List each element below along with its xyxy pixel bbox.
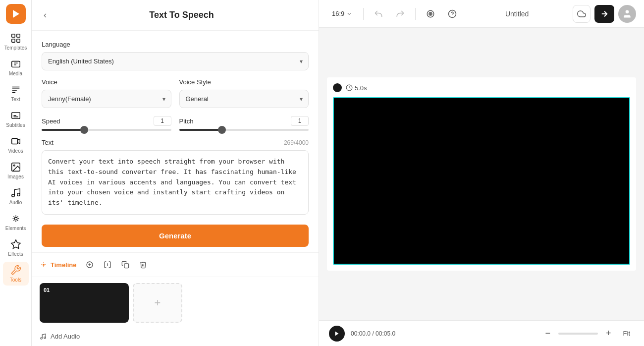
sidebar-item-images[interactable]: Images	[3, 159, 29, 182]
sidebar-item-elements[interactable]: Elements	[3, 210, 29, 234]
panel-title: Text To Speech	[54, 10, 309, 20]
svg-rect-0	[11, 34, 14, 37]
logo-icon	[10, 8, 22, 20]
svg-point-20	[430, 13, 431, 14]
toolbar: 16:9 Untitled	[319, 0, 644, 28]
language-select[interactable]: English (United States) English (UK) Spa…	[42, 52, 309, 70]
delete-btn[interactable]	[136, 258, 150, 272]
preview-top-bar: 5.0s	[333, 83, 630, 92]
add-audio-label: Add Audio	[51, 333, 80, 340]
elements-icon	[10, 213, 21, 224]
avatar-icon	[622, 9, 632, 19]
svg-rect-1	[16, 34, 19, 37]
voice-select-wrapper: Jenny(Female) Guy(Male) Aria(Female) Dav…	[42, 90, 171, 108]
sidebar-item-templates[interactable]: Templates	[3, 30, 29, 54]
time-indicator: 5.0s	[346, 84, 367, 92]
split-icon	[104, 261, 111, 269]
help-icon	[448, 9, 457, 18]
language-label: Language	[42, 41, 309, 48]
voice-style-label: Voice Style	[179, 78, 309, 86]
fit-button[interactable]: Fit	[619, 328, 634, 339]
canvas-area	[333, 97, 630, 265]
sidebar-item-videos[interactable]: Videos	[3, 133, 29, 157]
screen-record-button[interactable]	[422, 5, 439, 23]
sidebar-item-tools[interactable]: Tools	[3, 262, 29, 286]
user-avatar[interactable]	[618, 5, 636, 23]
zoom-slider[interactable]	[558, 333, 598, 335]
video-icon	[10, 136, 21, 147]
undo-button[interactable]	[370, 5, 387, 23]
play-button[interactable]	[329, 326, 345, 342]
svg-point-11	[14, 217, 17, 220]
char-count: 269/4000	[284, 139, 309, 146]
add-clip-icon-btn[interactable]	[83, 258, 97, 272]
generate-button[interactable]: Generate	[42, 225, 309, 247]
svg-rect-3	[16, 39, 19, 42]
images-icon	[10, 162, 21, 173]
svg-rect-4	[11, 61, 20, 67]
timeline-header: Timeline	[32, 253, 319, 277]
svg-point-16	[41, 337, 43, 339]
slider-row: Speed 1 Pitch 1	[42, 116, 309, 131]
sidebar-item-text[interactable]: Text	[3, 81, 29, 105]
aspect-ratio-value: 16:9	[332, 10, 344, 17]
redo-button[interactable]	[391, 5, 409, 23]
zoom-in-button[interactable]: +	[604, 326, 613, 341]
preview-container: 5.0s	[327, 77, 636, 271]
speed-label: Speed	[42, 117, 60, 125]
add-clip-button[interactable]: +	[133, 283, 182, 323]
effects-icon	[10, 239, 21, 250]
audio-icon	[10, 187, 21, 198]
voice-style-select[interactable]: General Cheerful Sad Angry Newscast	[179, 90, 309, 108]
current-time: 00:00.0	[351, 330, 371, 337]
pitch-thumb[interactable]	[218, 126, 226, 134]
speed-fill	[42, 129, 84, 131]
speed-thumb[interactable]	[80, 126, 88, 134]
preview-time: 5.0s	[355, 84, 367, 92]
text-icon	[10, 84, 21, 95]
svg-point-10	[17, 193, 20, 196]
help-button[interactable]	[443, 5, 461, 23]
pitch-track[interactable]	[179, 129, 309, 131]
sidebar-label-effects: Effects	[8, 251, 23, 257]
project-name: Untitled	[465, 10, 569, 18]
media-icon	[10, 58, 21, 69]
back-button[interactable]: ‹	[42, 8, 49, 22]
export-button[interactable]	[594, 5, 614, 23]
plus-circle-icon	[86, 261, 94, 269]
timeline-clips: 01 +	[32, 277, 319, 329]
speed-col: Speed 1	[42, 116, 171, 131]
add-audio-row[interactable]: Add Audio	[32, 329, 319, 346]
sidebar-label-audio: Audio	[9, 200, 22, 205]
clip-item[interactable]: 01	[40, 283, 129, 323]
music-icon	[40, 333, 47, 340]
duplicate-btn[interactable]	[118, 258, 132, 272]
panel: ‹ Text To Speech Language English (Unite…	[32, 0, 319, 346]
tools-icon	[10, 265, 21, 276]
split-btn[interactable]	[101, 258, 114, 272]
timeline-section: Timeline 01 +	[32, 252, 319, 346]
sidebar-item-effects[interactable]: Effects	[3, 236, 29, 260]
voice-select[interactable]: Jenny(Female) Guy(Male) Aria(Female) Dav…	[42, 90, 171, 108]
timeline-icon	[40, 261, 48, 269]
undo-icon	[374, 9, 383, 18]
sidebar-item-media[interactable]: Media	[3, 56, 29, 79]
sidebar-label-videos: Videos	[8, 148, 23, 154]
sidebar-item-subtitles[interactable]: Subtitles	[3, 107, 29, 131]
sidebar-item-audio[interactable]: Audio	[3, 184, 29, 208]
trash-icon	[139, 261, 147, 269]
zoom-out-button[interactable]: −	[543, 326, 553, 341]
preview-area: 5.0s	[319, 28, 644, 320]
sidebar-label-tools: Tools	[10, 277, 21, 283]
speed-track[interactable]	[42, 129, 171, 131]
text-area[interactable]: Convert your text into speech straight f…	[42, 150, 309, 215]
timeline-label: Timeline	[40, 261, 77, 269]
cloud-save-button[interactable]	[573, 5, 590, 23]
sidebar-label-subtitles: Subtitles	[6, 122, 25, 128]
svg-point-13	[43, 264, 45, 266]
app-logo[interactable]	[6, 4, 26, 24]
aspect-ratio-button[interactable]: 16:9	[327, 7, 357, 20]
pitch-header: Pitch 1	[179, 116, 309, 126]
clock-icon	[346, 84, 353, 91]
export-icon	[600, 9, 609, 18]
